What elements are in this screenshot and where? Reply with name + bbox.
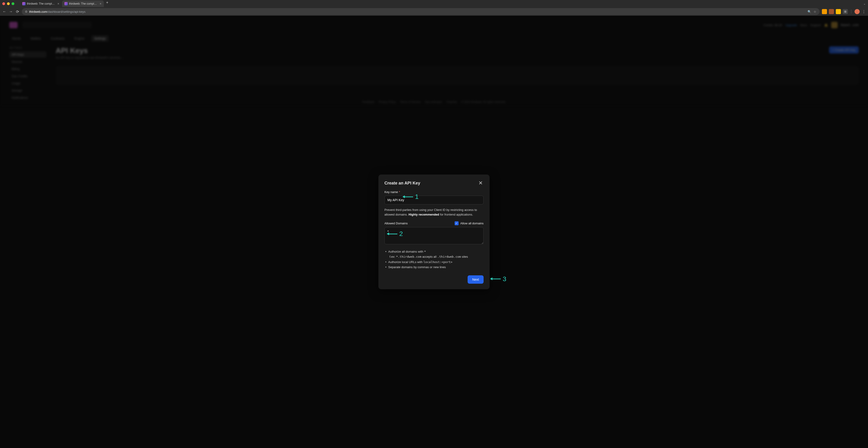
allowed-domains-label: Allowed Domains <box>384 221 408 225</box>
tab-title: thirdweb: The complete web3… <box>69 2 98 5</box>
window-close-dot[interactable] <box>2 2 5 5</box>
extension-icon-1[interactable] <box>822 9 827 14</box>
close-icon[interactable]: ✕ <box>477 180 484 186</box>
reload-icon[interactable]: ⟳ <box>15 9 20 14</box>
extension-icon-3[interactable] <box>836 9 841 14</box>
browser-menu-icon[interactable]: ⋮ <box>862 9 866 14</box>
tab-close-icon[interactable]: × <box>100 2 101 6</box>
helper-text: Prevent third-parties from using your Cl… <box>384 208 484 217</box>
key-name-input[interactable] <box>384 196 484 204</box>
modal-title: Create an API Key <box>384 181 420 186</box>
url-bar[interactable]: ⊙ thirdweb.com/dashboard/settings/api-ke… <box>22 8 819 15</box>
tab-close-icon[interactable]: × <box>58 2 59 6</box>
favicon-icon <box>64 2 68 5</box>
new-tab-button[interactable]: + <box>104 0 110 7</box>
key-name-label: Key name* <box>384 190 484 194</box>
forward-icon[interactable]: → <box>9 9 13 14</box>
tab-title: thirdweb: The complete web3… <box>27 2 56 5</box>
url-path: /dashboard/settings/api-keys <box>47 10 85 13</box>
browser-tab-2[interactable]: thirdweb: The complete web3… × <box>62 0 104 7</box>
domain-hints: Authorize all domains with * f.ex: *.thi… <box>384 249 484 270</box>
back-icon[interactable]: ← <box>2 9 6 14</box>
window-minimize-dot[interactable] <box>7 2 10 5</box>
profile-avatar[interactable] <box>855 9 860 14</box>
create-api-key-modal: Create an API Key ✕ Key name* Prevent th… <box>378 175 490 289</box>
annotation-3: 3 <box>491 275 506 283</box>
extensions-puzzle-icon[interactable]: ⊞ <box>843 9 848 14</box>
extension-icon-2[interactable] <box>829 9 834 14</box>
bookmark-icon[interactable]: ☆ <box>813 10 816 13</box>
next-button[interactable]: Next <box>468 275 484 284</box>
window-maximize-dot[interactable] <box>11 2 14 5</box>
allowed-domains-textarea[interactable] <box>384 227 484 244</box>
favicon-icon <box>22 2 26 5</box>
tab-list-chevron-icon[interactable]: ⌄ <box>863 2 866 5</box>
allow-all-domains-label: Allow all domains <box>460 221 484 225</box>
browser-tab-1[interactable]: thirdweb: The complete web3… × <box>20 0 62 7</box>
zoom-icon[interactable]: 🔍 <box>808 10 811 13</box>
traffic-lights <box>2 2 14 5</box>
site-info-icon[interactable]: ⊙ <box>25 10 27 13</box>
url-domain: thirdweb.com <box>29 10 47 13</box>
allow-all-domains-checkbox[interactable]: ✓ <box>455 221 459 225</box>
